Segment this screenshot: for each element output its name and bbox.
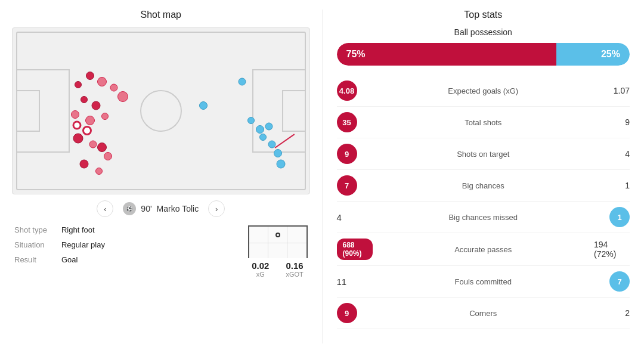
stat-away: 1 xyxy=(594,207,630,227)
shot-dot-away[interactable] xyxy=(265,123,273,131)
stat-away: 2 xyxy=(594,308,630,318)
stat-home: 9 xyxy=(337,144,373,164)
stat-label: Shots on target xyxy=(373,150,595,159)
away-value: 2 xyxy=(625,308,630,318)
right-goal-box xyxy=(282,90,306,132)
shot-dot[interactable] xyxy=(97,77,107,86)
shot-dot[interactable] xyxy=(80,160,89,169)
result-label: Result xyxy=(14,255,47,264)
away-value: 194 (72%) xyxy=(594,240,630,259)
left-goal-box xyxy=(16,90,40,132)
goal-grid-line xyxy=(249,243,306,243)
stat-home: 11 xyxy=(337,277,373,287)
shot-dot[interactable] xyxy=(95,168,103,175)
shot-dot[interactable] xyxy=(104,152,112,160)
possession-home: 75% xyxy=(337,43,557,66)
shot-dot-away[interactable] xyxy=(274,149,282,157)
away-badge-blue: 7 xyxy=(609,271,630,292)
stat-away: 194 (72%) xyxy=(594,240,630,259)
stat-row: 4.08 Expected goals (xG) 1.07 xyxy=(337,75,630,107)
shot-dot-away[interactable] xyxy=(256,125,264,134)
shot-detail-values: Right foot Regular play Goal xyxy=(61,225,105,278)
shot-dot[interactable] xyxy=(110,84,118,92)
possession-bar: 75% 25% xyxy=(337,43,630,66)
stat-label: Expected goals (xG) xyxy=(373,86,595,95)
home-badge-red: 9 xyxy=(337,144,357,164)
away-value: 1 xyxy=(625,181,630,190)
stat-label: Accurate passes xyxy=(373,245,595,254)
xgot-item: 0.16 xGOT xyxy=(286,261,303,278)
stat-row: 9 Corners 2 xyxy=(337,298,630,329)
shot-dot-away[interactable] xyxy=(239,78,246,86)
stat-away: 1 xyxy=(594,181,630,190)
away-value: 4 xyxy=(625,149,630,159)
stat-home: 7 xyxy=(337,175,373,196)
shot-map-title: Shot map xyxy=(12,10,310,20)
stat-label: Total shots xyxy=(373,118,595,127)
stat-label: Big chances missed xyxy=(373,213,595,222)
shot-dot[interactable] xyxy=(73,134,83,144)
xgot-label: xGOT xyxy=(286,271,303,278)
center-circle xyxy=(140,90,182,132)
stat-away: 7 xyxy=(594,271,630,292)
shot-dot[interactable] xyxy=(117,91,128,102)
shot-dot[interactable] xyxy=(75,81,82,88)
stat-label: Fouls committed xyxy=(373,277,595,286)
top-stats-title: Top stats xyxy=(337,10,630,20)
stat-home: 4 xyxy=(337,212,373,222)
situation-label: Situation xyxy=(14,240,47,249)
shot-dot-away[interactable] xyxy=(259,134,267,141)
goal-visual: 0.02 xG 0.16 xGOT xyxy=(248,225,308,278)
shot-dot-away[interactable] xyxy=(277,160,286,169)
stat-row: 35 Total shots 9 xyxy=(337,107,630,138)
shot-dot[interactable] xyxy=(92,101,101,110)
xg-label: xG xyxy=(256,271,265,278)
home-badge-pill: 688 (90%) xyxy=(337,239,373,260)
stat-away: 1.07 xyxy=(594,86,630,95)
shot-details-row: Shot type Situation Result Right foot Re… xyxy=(12,225,310,278)
stat-home: 35 xyxy=(337,112,373,132)
stat-row: 688 (90%) Accurate passes 194 (72%) xyxy=(337,233,630,266)
away-value: 9 xyxy=(625,117,630,127)
shot-dot-away[interactable] xyxy=(199,101,208,110)
stats-container: 4.08 Expected goals (xG) 1.07 35 Total s… xyxy=(337,75,630,329)
shot-goal-dot[interactable] xyxy=(73,121,82,130)
shot-player: Marko Tolic xyxy=(157,204,199,213)
stat-row: 7 Big chances 1 xyxy=(337,170,630,202)
pitch-container xyxy=(12,27,310,194)
shot-dot[interactable] xyxy=(71,110,79,119)
shot-detail-labels: Shot type Situation Result xyxy=(14,225,47,278)
team-badge: ⚽ xyxy=(123,202,136,215)
stat-home: 4.08 xyxy=(337,80,373,101)
shot-dot[interactable] xyxy=(101,113,109,120)
stat-row: 4 Big chances missed 1 xyxy=(337,202,630,233)
stat-away: 9 xyxy=(594,117,630,127)
xg-value: 0.02 xyxy=(252,261,269,271)
shot-goal-dot[interactable] xyxy=(82,126,92,135)
next-shot-button[interactable]: › xyxy=(208,200,225,217)
away-value: 1.07 xyxy=(614,86,630,95)
shot-dot[interactable] xyxy=(85,116,95,125)
shot-type-label: Shot type xyxy=(14,225,47,234)
possession-label: Ball possession xyxy=(337,27,630,37)
stat-home: 9 xyxy=(337,303,373,323)
shot-dot[interactable] xyxy=(89,141,97,148)
home-badge-red: 7 xyxy=(337,175,357,196)
shot-dot[interactable] xyxy=(97,143,107,152)
goal-crosshair xyxy=(275,233,280,237)
stat-row: 11 Fouls committed 7 xyxy=(337,266,630,298)
xgot-value: 0.16 xyxy=(286,261,303,271)
shot-dot[interactable] xyxy=(80,96,88,103)
possession-away: 25% xyxy=(556,43,630,66)
shot-type-value: Right foot xyxy=(61,225,105,234)
result-value: Goal xyxy=(61,255,105,264)
home-value: 11 xyxy=(337,277,357,287)
xg-item: 0.02 xG xyxy=(252,261,269,278)
home-badge-red: 35 xyxy=(337,112,357,132)
away-badge-blue: 1 xyxy=(609,207,630,227)
shot-dot-away[interactable] xyxy=(247,117,255,124)
prev-shot-button[interactable]: ‹ xyxy=(97,200,113,217)
right-panel: Top stats Ball possession 75% 25% 4.08 E… xyxy=(323,0,645,353)
shot-dot[interactable] xyxy=(86,72,94,80)
shot-nav-info: ⚽ 90' Marko Tolic xyxy=(123,202,199,215)
